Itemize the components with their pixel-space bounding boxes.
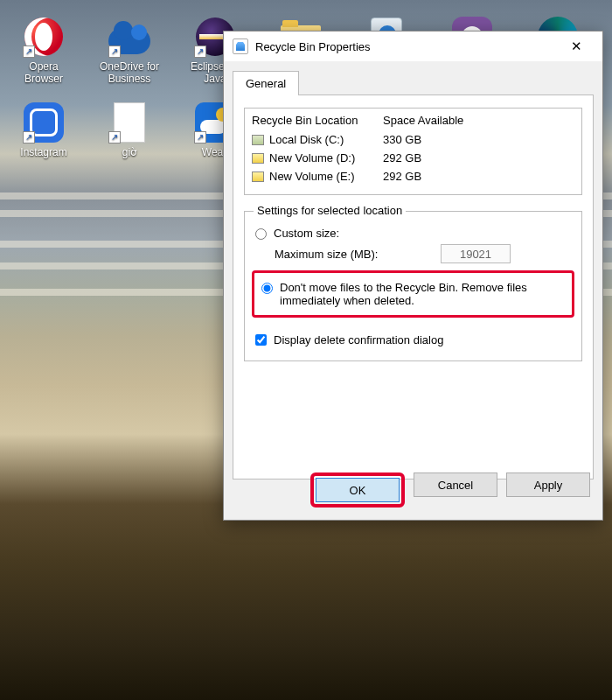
- apply-button[interactable]: Apply: [506, 472, 590, 497]
- shortcut-arrow-icon: ↗: [108, 131, 121, 144]
- drive-list-header: Recycle Bin Location Space Available: [252, 114, 574, 130]
- desktop-icon-label: OneDrive for Business: [94, 61, 164, 86]
- max-size-row: Maximum size (MB):: [255, 242, 571, 263]
- radio-dont-move[interactable]: [261, 283, 273, 294]
- drive-space: 330 GB: [383, 133, 574, 146]
- checkbox-display-confirm-label: Display delete confirmation dialog: [274, 333, 443, 346]
- desktop-icon-opera[interactable]: ↗ Opera Browser: [9, 16, 79, 86]
- settings-group: Settings for selected location Custom si…: [244, 211, 582, 361]
- drive-row[interactable]: Local Disk (C:) 330 GB: [252, 130, 574, 149]
- desktop-icon-label: Opera Browser: [9, 61, 79, 86]
- checkbox-display-confirm[interactable]: [255, 334, 267, 346]
- radio-dont-move-label: Don't move files to the Recycle Bin. Rem…: [280, 281, 565, 307]
- drive-space: 292 GB: [383, 151, 574, 164]
- drive-name: New Volume (E:): [269, 170, 355, 183]
- drive-name: New Volume (D:): [269, 151, 355, 164]
- titlebar[interactable]: Recycle Bin Properties ✕: [224, 32, 602, 61]
- drive-icon: [252, 172, 264, 182]
- drive-row[interactable]: New Volume (E:) 292 GB: [252, 167, 574, 186]
- drive-space: 292 GB: [383, 170, 574, 183]
- desktop-icon-label: giờ: [122, 147, 136, 159]
- close-button[interactable]: ✕: [557, 34, 595, 59]
- tab-strip: General: [224, 61, 602, 94]
- ok-button[interactable]: OK: [316, 478, 400, 502]
- highlight-dont-move: Don't move files to the Recycle Bin. Rem…: [252, 270, 574, 318]
- shortcut-arrow-icon: ↗: [194, 46, 206, 58]
- dialog-button-row: OK Cancel Apply: [224, 472, 602, 508]
- close-icon: ✕: [571, 38, 582, 54]
- settings-legend: Settings for selected location: [254, 204, 406, 217]
- col-space: Space Available: [383, 114, 574, 127]
- max-size-label: Maximum size (MB):: [275, 248, 441, 261]
- drive-icon: [252, 135, 264, 145]
- recycle-bin-properties-dialog: Recycle Bin Properties ✕ General Recycle…: [223, 31, 603, 521]
- drive-icon: [252, 153, 264, 164]
- radio-custom-size-row: Custom size:: [255, 224, 571, 242]
- tab-general[interactable]: General: [233, 71, 299, 95]
- desktop-icon-label: Instagram: [20, 147, 66, 159]
- dialog-title: Recycle Bin Properties: [255, 40, 557, 53]
- cancel-button[interactable]: Cancel: [414, 472, 497, 497]
- shortcut-arrow-icon: ↗: [23, 131, 35, 144]
- drive-row[interactable]: New Volume (D:) 292 GB: [252, 149, 574, 167]
- drive-list: Recycle Bin Location Space Available Loc…: [244, 108, 582, 195]
- highlight-ok: OK: [310, 472, 405, 508]
- radio-custom-size-label: Custom size:: [274, 227, 339, 240]
- shortcut-arrow-icon: ↗: [23, 46, 35, 58]
- checkbox-display-confirm-row: Display delete confirmation dialog: [255, 333, 571, 346]
- shortcut-arrow-icon: ↗: [108, 46, 121, 58]
- recycle-bin-titlebar-icon: [233, 38, 248, 54]
- tab-body-general: Recycle Bin Location Space Available Loc…: [233, 94, 594, 480]
- desktop-icon-onedrive[interactable]: ↗ OneDrive for Business: [94, 16, 164, 86]
- desktop-icon-instagram[interactable]: ↗ Instagram: [9, 102, 79, 159]
- radio-custom-size[interactable]: [255, 228, 267, 240]
- desktop-icon-file[interactable]: ↗ giờ: [94, 102, 164, 159]
- max-size-input[interactable]: [441, 244, 511, 263]
- radio-dont-move-row: Don't move files to the Recycle Bin. Rem…: [261, 278, 565, 310]
- col-location: Recycle Bin Location: [252, 114, 383, 127]
- shortcut-arrow-icon: ↗: [194, 131, 206, 144]
- drive-name: Local Disk (C:): [269, 133, 344, 146]
